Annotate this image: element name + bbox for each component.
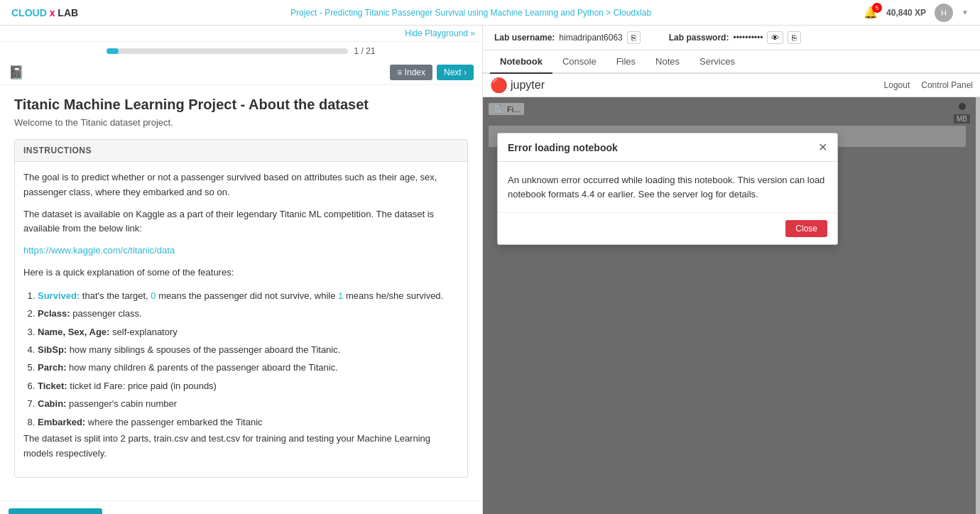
list-item: SibSp: how many siblings & spouses of th… <box>38 341 459 358</box>
list-item: Name, Sex, Age: self-explanatory <box>38 324 459 340</box>
chevron-down-icon: ▼ <box>962 9 969 16</box>
list-item: Survived: that's the target, 0 means the… <box>38 288 459 304</box>
jupyter-content: 📄 Fi... MB Error loading notebook ✕ <box>483 97 980 514</box>
notification-count: 5 <box>872 3 882 13</box>
lab-tabs: Notebook Console Files Notes Services <box>483 50 980 74</box>
next-button-top[interactable]: Next › <box>437 65 474 80</box>
progress-text: 1 / 21 <box>354 46 375 56</box>
tab-console[interactable]: Console <box>552 50 606 74</box>
jupyter-logo-text: jupyter <box>511 79 545 92</box>
lab-password-value: •••••••••• <box>733 33 763 43</box>
index-button-top[interactable]: ≡ Index <box>390 65 432 80</box>
para-4: The dataset is split into 2 parts, train… <box>23 432 459 461</box>
para-1: The goal is to predict whether or not a … <box>23 170 459 200</box>
lab-password-label: Lab password: <box>669 33 729 43</box>
tab-services[interactable]: Services <box>690 50 745 74</box>
xp-label: 40,840 XP <box>886 8 926 18</box>
show-password-button[interactable]: 👁 <box>767 31 783 44</box>
modal-overlay: Error loading notebook ✕ An unknown erro… <box>483 97 980 514</box>
nav-right: 🔔 5 40,840 XP H ▼ <box>864 4 969 22</box>
bottom-bar: Mark as Completed Request Certificate <box>0 501 482 515</box>
main-layout: Hide Playground » 1 / 21 📓 ≡ Index Next … <box>0 26 980 514</box>
mark-completed-button[interactable]: Mark as Completed <box>9 508 102 515</box>
jupyter-area: 🔴 jupyter Logout Control Panel 📄 Fi... <box>483 74 980 514</box>
jupyter-icon: 🔴 <box>490 77 508 94</box>
modal-body: An unknown error occurred while loading … <box>498 162 837 212</box>
error-modal: Error loading notebook ✕ An unknown erro… <box>497 133 838 245</box>
list-item: Ticket: ticket id Fare: price paid (in p… <box>38 378 459 394</box>
top-nav: CLOUD x LAB Project - Predicting Titanic… <box>0 0 980 26</box>
jupyter-logo: 🔴 jupyter <box>490 77 545 94</box>
lab-username-value: himadripant6063 <box>559 33 622 43</box>
content-toolbar: 📓 ≡ Index Next › <box>0 60 482 85</box>
left-panel: Hide Playground » 1 / 21 📓 ≡ Index Next … <box>0 26 483 514</box>
progress-bar-outer <box>107 48 348 54</box>
right-panel: Lab username: himadripant6063 ⎘ Lab pass… <box>483 26 980 514</box>
list-item: Parch: how many children & parents of th… <box>38 359 459 376</box>
tab-notes[interactable]: Notes <box>646 50 690 74</box>
modal-title: Error loading notebook <box>508 142 618 153</box>
modal-footer: Close <box>498 212 837 244</box>
list-item: Embarked: where the passenger embarked t… <box>38 414 459 430</box>
feature-list: Survived: that's the target, 0 means the… <box>38 288 459 430</box>
instructions-header: INSTRUCTIONS <box>15 140 467 162</box>
lab-username-field: Lab username: himadripant6063 ⎘ <box>494 31 641 44</box>
logo: CLOUD x LAB <box>11 7 78 18</box>
lab-header: Lab username: himadripant6063 ⎘ Lab pass… <box>483 26 980 50</box>
modal-close-x-button[interactable]: ✕ <box>818 141 827 154</box>
progress-bar-fill <box>107 48 119 54</box>
para-3: Here is a quick explanation of some of t… <box>23 266 459 280</box>
avatar[interactable]: H <box>935 4 953 22</box>
toolbar-buttons: ≡ Index Next › <box>390 65 474 80</box>
page-subtitle: Welcome to the Titanic dataset project. <box>14 117 468 128</box>
modal-close-button[interactable]: Close <box>785 220 827 237</box>
page-title: Titanic Machine Learning Project - About… <box>14 97 468 113</box>
copy-username-button[interactable]: ⎘ <box>627 31 641 44</box>
tab-files[interactable]: Files <box>606 50 646 74</box>
logout-link[interactable]: Logout <box>884 80 910 90</box>
notification-bell[interactable]: 🔔 5 <box>864 6 878 19</box>
jupyter-topbar: 🔴 jupyter Logout Control Panel <box>483 74 980 97</box>
scrollbar[interactable] <box>976 97 980 514</box>
modal-header: Error loading notebook ✕ <box>498 133 837 162</box>
playground-bar: Hide Playground » <box>0 26 482 42</box>
kaggle-link[interactable]: https://www.kaggle.com/c/titanic/data <box>23 245 175 256</box>
notebook-icon: 📓 <box>9 65 24 80</box>
progress-row: 1 / 21 <box>0 42 482 60</box>
breadcrumb: Project - Predicting Titanic Passenger S… <box>290 8 651 18</box>
control-panel-link[interactable]: Control Panel <box>921 80 973 90</box>
list-item: Cabin: passenger's cabin number <box>38 395 459 412</box>
jupyter-toplinks: Logout Control Panel <box>884 80 973 90</box>
content-area: Titanic Machine Learning Project - About… <box>0 85 482 501</box>
tab-notebook[interactable]: Notebook <box>490 50 552 74</box>
instructions-box: INSTRUCTIONS The goal is to predict whet… <box>14 139 468 478</box>
nav-left: CLOUD x LAB <box>11 7 78 18</box>
copy-password-button[interactable]: ⎘ <box>788 31 801 44</box>
breadcrumb-link[interactable]: Project - Predicting Titanic Passenger S… <box>290 8 651 18</box>
lab-username-label: Lab username: <box>494 33 555 43</box>
instructions-body: The goal is to predict whether or not a … <box>15 162 467 477</box>
list-item: Pclass: passenger class. <box>38 305 459 322</box>
lab-password-field: Lab password: •••••••••• 👁 ⎘ <box>669 31 802 44</box>
hide-playground-btn[interactable]: Hide Playground » <box>405 28 475 38</box>
para-2: The dataset is available on Kaggle as a … <box>23 207 459 237</box>
